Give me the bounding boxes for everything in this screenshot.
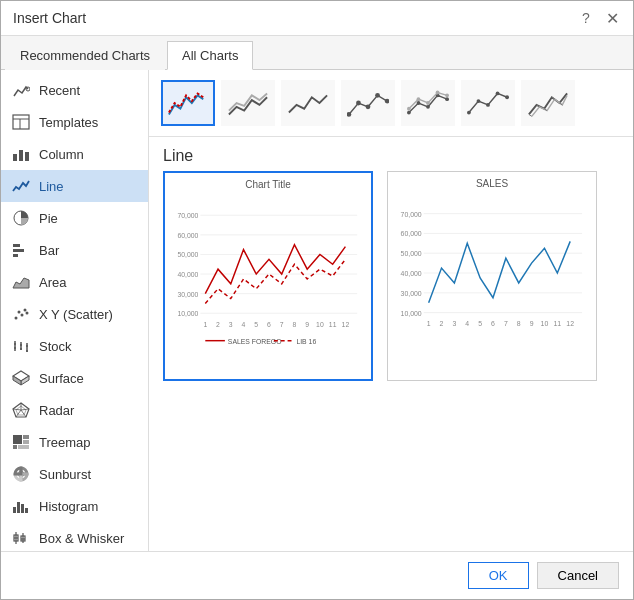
chart-type-line-stacked[interactable] xyxy=(221,80,275,126)
sidebar-label-histogram: Histogram xyxy=(39,499,98,514)
svg-point-76 xyxy=(486,103,490,107)
sidebar-item-treemap[interactable]: Treemap xyxy=(1,426,148,458)
svg-rect-40 xyxy=(18,445,29,449)
ok-button[interactable]: OK xyxy=(468,562,529,589)
chart-type-line-100-markers[interactable] xyxy=(461,80,515,126)
svg-point-74 xyxy=(467,111,471,115)
sidebar-label-column: Column xyxy=(39,147,84,162)
svg-point-16 xyxy=(26,312,29,315)
svg-text:8: 8 xyxy=(517,320,521,327)
histogram-icon xyxy=(11,496,31,516)
svg-text:3: 3 xyxy=(229,321,233,328)
sidebar-item-bar[interactable]: Bar xyxy=(1,234,148,266)
svg-line-35 xyxy=(13,409,21,410)
pie-icon xyxy=(11,208,31,228)
sidebar-label-templates: Templates xyxy=(39,115,98,130)
main-panel: Line Chart Title 70,000 xyxy=(149,70,633,551)
svg-point-13 xyxy=(18,311,21,314)
svg-point-61 xyxy=(366,104,371,109)
sidebar-item-pie[interactable]: Pie xyxy=(1,202,148,234)
svg-text:60,000: 60,000 xyxy=(401,230,422,237)
svg-text:12: 12 xyxy=(342,321,350,328)
svg-point-71 xyxy=(426,101,430,105)
svg-point-66 xyxy=(426,105,430,109)
svg-text:10: 10 xyxy=(316,321,324,328)
svg-rect-39 xyxy=(13,445,17,449)
svg-text:10,000: 10,000 xyxy=(177,310,198,317)
svg-text:SALES FOREGO: SALES FOREGO xyxy=(228,338,282,345)
sidebar-item-stock[interactable]: Stock xyxy=(1,330,148,362)
cancel-button[interactable]: Cancel xyxy=(537,562,619,589)
chart-type-line-3d[interactable] xyxy=(521,80,575,126)
line-icon xyxy=(11,176,31,196)
close-button[interactable]: ✕ xyxy=(603,9,621,27)
svg-marker-28 xyxy=(13,376,21,385)
title-bar: Insert Chart ? ✕ xyxy=(1,1,633,36)
sidebar-label-stock: Stock xyxy=(39,339,72,354)
sidebar-item-column[interactable]: Column xyxy=(1,138,148,170)
dialog-footer: OK Cancel xyxy=(1,551,633,599)
svg-rect-36 xyxy=(13,435,22,444)
preview-2-title: SALES xyxy=(394,178,590,189)
chart-type-line-100[interactable] xyxy=(281,80,335,126)
svg-point-73 xyxy=(445,93,449,97)
svg-text:30,000: 30,000 xyxy=(401,290,422,297)
sidebar-label-box-whisker: Box & Whisker xyxy=(39,531,124,546)
recent-icon xyxy=(11,80,31,100)
surface-icon xyxy=(11,368,31,388)
svg-rect-43 xyxy=(17,502,20,513)
sidebar-item-recent[interactable]: Recent xyxy=(1,74,148,106)
templates-icon xyxy=(11,112,31,132)
svg-rect-6 xyxy=(25,152,29,161)
sidebar-item-surface[interactable]: Surface xyxy=(1,362,148,394)
chart-type-line-stacked-markers[interactable] xyxy=(401,80,455,126)
sidebar-item-scatter[interactable]: X Y (Scatter) xyxy=(1,298,148,330)
sidebar-item-histogram[interactable]: Histogram xyxy=(1,490,148,522)
sidebar-item-area[interactable]: Area xyxy=(1,266,148,298)
svg-text:70,000: 70,000 xyxy=(401,211,422,218)
help-button[interactable]: ? xyxy=(577,9,595,27)
sunburst-icon xyxy=(11,464,31,484)
svg-marker-11 xyxy=(13,278,29,288)
svg-point-62 xyxy=(375,93,380,98)
svg-line-32 xyxy=(21,409,29,410)
svg-point-78 xyxy=(505,95,509,99)
svg-text:60,000: 60,000 xyxy=(177,232,198,239)
chart-preview-2[interactable]: SALES 70,000 60,000 50,000 40,000 xyxy=(387,171,597,381)
svg-text:50,000: 50,000 xyxy=(177,251,198,258)
sidebar-label-line: Line xyxy=(39,179,64,194)
sidebar-item-line[interactable]: Line xyxy=(1,170,148,202)
sidebar-item-sunburst[interactable]: Sunburst xyxy=(1,458,148,490)
svg-text:10: 10 xyxy=(541,320,549,327)
svg-text:11: 11 xyxy=(329,321,337,328)
svg-text:50,000: 50,000 xyxy=(401,250,422,257)
chart-type-line-markers[interactable] xyxy=(341,80,395,126)
box-whisker-icon xyxy=(11,528,31,548)
svg-text:30,000: 30,000 xyxy=(177,291,198,298)
svg-text:40,000: 40,000 xyxy=(177,271,198,278)
sidebar-label-radar: Radar xyxy=(39,403,74,418)
sidebar-label-sunburst: Sunburst xyxy=(39,467,91,482)
chart-type-line-standard[interactable] xyxy=(161,80,215,126)
svg-marker-27 xyxy=(21,376,29,385)
svg-point-70 xyxy=(417,97,421,101)
svg-text:7: 7 xyxy=(504,320,508,327)
svg-point-60 xyxy=(356,101,361,106)
sidebar-item-box-whisker[interactable]: Box & Whisker xyxy=(1,522,148,551)
sidebar-item-radar[interactable]: Radar xyxy=(1,394,148,426)
chart-type-title: Line xyxy=(149,137,633,171)
svg-text:40,000: 40,000 xyxy=(401,270,422,277)
svg-text:9: 9 xyxy=(530,320,534,327)
scatter-icon xyxy=(11,304,31,324)
svg-point-75 xyxy=(477,99,481,103)
tab-all-charts[interactable]: All Charts xyxy=(167,41,253,70)
area-icon xyxy=(11,272,31,292)
svg-text:5: 5 xyxy=(254,321,258,328)
tab-recommended[interactable]: Recommended Charts xyxy=(5,41,165,70)
svg-rect-1 xyxy=(13,115,29,129)
sidebar-item-templates[interactable]: Templates xyxy=(1,106,148,138)
stock-icon xyxy=(11,336,31,356)
content-area: Recent Templates xyxy=(1,70,633,551)
sidebar-label-recent: Recent xyxy=(39,83,80,98)
chart-preview-1[interactable]: Chart Title 70,000 60,000 50,000 40,0 xyxy=(163,171,373,381)
